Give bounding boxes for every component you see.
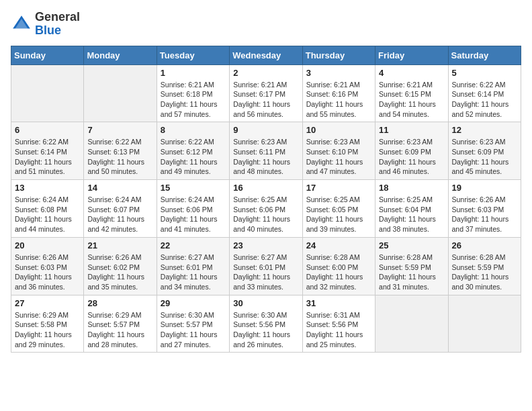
calendar-cell: [448, 295, 521, 353]
calendar-cell: 8Sunrise: 6:22 AMSunset: 6:12 PMDaylight…: [157, 122, 229, 180]
day-info: Sunrise: 6:21 AMSunset: 6:15 PMDaylight:…: [379, 80, 444, 120]
calendar-cell: 14Sunrise: 6:24 AMSunset: 6:07 PMDayligh…: [84, 180, 157, 238]
day-info: Sunrise: 6:27 AMSunset: 6:01 PMDaylight:…: [161, 253, 226, 292]
day-number: 21: [87, 240, 152, 250]
day-info: Sunrise: 6:25 AMSunset: 6:05 PMDaylight:…: [306, 195, 371, 234]
calendar-cell: 2Sunrise: 6:21 AMSunset: 6:17 PMDaylight…: [230, 64, 302, 122]
calendar-cell: 1Sunrise: 6:21 AMSunset: 6:18 PMDaylight…: [157, 64, 229, 122]
calendar-cell: 3Sunrise: 6:21 AMSunset: 6:16 PMDaylight…: [302, 64, 375, 122]
calendar-cell: 6Sunrise: 6:22 AMSunset: 6:14 PMDaylight…: [11, 122, 84, 180]
day-number: 27: [15, 298, 80, 308]
day-info: Sunrise: 6:29 AMSunset: 5:58 PMDaylight:…: [15, 310, 80, 350]
day-info: Sunrise: 6:23 AMSunset: 6:09 PMDaylight:…: [379, 137, 444, 177]
calendar-table: SundayMondayTuesdayWednesdayThursdayFrid…: [11, 46, 521, 353]
day-number: 26: [452, 240, 517, 250]
day-info: Sunrise: 6:28 AMSunset: 5:59 PMDaylight:…: [379, 253, 444, 292]
day-number: 20: [15, 240, 80, 250]
day-number: 2: [233, 68, 298, 78]
day-info: Sunrise: 6:21 AMSunset: 6:18 PMDaylight:…: [161, 80, 226, 120]
calendar-week-row: 13Sunrise: 6:24 AMSunset: 6:08 PMDayligh…: [11, 180, 521, 238]
day-info: Sunrise: 6:30 AMSunset: 5:57 PMDaylight:…: [161, 310, 226, 350]
calendar-cell: 10Sunrise: 6:23 AMSunset: 6:10 PMDayligh…: [302, 122, 375, 180]
calendar-cell: 29Sunrise: 6:30 AMSunset: 5:57 PMDayligh…: [157, 295, 229, 353]
calendar-cell: 19Sunrise: 6:26 AMSunset: 6:03 PMDayligh…: [448, 180, 521, 238]
logo-text: General Blue: [35, 11, 80, 38]
day-number: 3: [306, 68, 371, 78]
day-info: Sunrise: 6:22 AMSunset: 6:13 PMDaylight:…: [87, 137, 152, 177]
day-number: 25: [379, 240, 444, 250]
day-number: 1: [161, 68, 226, 78]
day-number: 6: [15, 125, 80, 135]
day-number: 17: [306, 183, 371, 193]
calendar-cell: 16Sunrise: 6:25 AMSunset: 6:06 PMDayligh…: [230, 180, 302, 238]
day-number: 7: [87, 125, 152, 135]
day-info: Sunrise: 6:28 AMSunset: 5:59 PMDaylight:…: [452, 253, 517, 292]
day-info: Sunrise: 6:23 AMSunset: 6:09 PMDaylight:…: [452, 137, 517, 177]
day-info: Sunrise: 6:23 AMSunset: 6:11 PMDaylight:…: [233, 137, 298, 177]
page-header: General Blue: [11, 11, 521, 38]
day-number: 15: [161, 183, 226, 193]
day-of-week-header: Sunday: [11, 46, 84, 64]
day-info: Sunrise: 6:21 AMSunset: 6:17 PMDaylight:…: [233, 80, 298, 120]
day-number: 18: [379, 183, 444, 193]
calendar-cell: 27Sunrise: 6:29 AMSunset: 5:58 PMDayligh…: [11, 295, 84, 353]
calendar-header-row: SundayMondayTuesdayWednesdayThursdayFrid…: [11, 46, 521, 64]
day-info: Sunrise: 6:24 AMSunset: 6:06 PMDaylight:…: [161, 195, 226, 234]
calendar-cell: 11Sunrise: 6:23 AMSunset: 6:09 PMDayligh…: [375, 122, 448, 180]
day-info: Sunrise: 6:26 AMSunset: 6:03 PMDaylight:…: [452, 195, 517, 234]
calendar-cell: 18Sunrise: 6:25 AMSunset: 6:04 PMDayligh…: [375, 180, 448, 238]
day-number: 24: [306, 240, 371, 250]
day-info: Sunrise: 6:31 AMSunset: 5:56 PMDaylight:…: [306, 310, 371, 350]
day-info: Sunrise: 6:22 AMSunset: 6:14 PMDaylight:…: [15, 137, 80, 177]
day-number: 12: [452, 125, 517, 135]
day-info: Sunrise: 6:21 AMSunset: 6:16 PMDaylight:…: [306, 80, 371, 120]
day-number: 30: [233, 298, 298, 308]
day-number: 19: [452, 183, 517, 193]
logo: General Blue: [11, 11, 80, 38]
day-number: 22: [161, 240, 226, 250]
day-number: 11: [379, 125, 444, 135]
day-info: Sunrise: 6:25 AMSunset: 6:04 PMDaylight:…: [379, 195, 444, 234]
calendar-cell: 5Sunrise: 6:22 AMSunset: 6:14 PMDaylight…: [448, 64, 521, 122]
calendar-cell: 22Sunrise: 6:27 AMSunset: 6:01 PMDayligh…: [157, 237, 229, 295]
day-number: 13: [15, 183, 80, 193]
day-number: 29: [161, 298, 226, 308]
calendar-cell: [375, 295, 448, 353]
day-number: 5: [452, 68, 517, 78]
calendar-cell: 7Sunrise: 6:22 AMSunset: 6:13 PMDaylight…: [84, 122, 157, 180]
calendar-cell: 24Sunrise: 6:28 AMSunset: 6:00 PMDayligh…: [302, 237, 375, 295]
day-info: Sunrise: 6:22 AMSunset: 6:12 PMDaylight:…: [161, 137, 226, 177]
day-number: 28: [87, 298, 152, 308]
calendar-cell: 23Sunrise: 6:27 AMSunset: 6:01 PMDayligh…: [230, 237, 302, 295]
calendar-cell: 13Sunrise: 6:24 AMSunset: 6:08 PMDayligh…: [11, 180, 84, 238]
calendar-cell: 12Sunrise: 6:23 AMSunset: 6:09 PMDayligh…: [448, 122, 521, 180]
day-info: Sunrise: 6:27 AMSunset: 6:01 PMDaylight:…: [233, 253, 298, 292]
day-of-week-header: Friday: [375, 46, 448, 64]
day-info: Sunrise: 6:24 AMSunset: 6:08 PMDaylight:…: [15, 195, 80, 234]
calendar-week-row: 6Sunrise: 6:22 AMSunset: 6:14 PMDaylight…: [11, 122, 521, 180]
day-number: 23: [233, 240, 298, 250]
day-of-week-header: Tuesday: [157, 46, 229, 64]
calendar-cell: 20Sunrise: 6:26 AMSunset: 6:03 PMDayligh…: [11, 237, 84, 295]
day-of-week-header: Thursday: [302, 46, 375, 64]
day-of-week-header: Monday: [84, 46, 157, 64]
day-info: Sunrise: 6:28 AMSunset: 6:00 PMDaylight:…: [306, 253, 371, 292]
calendar-cell: [84, 64, 157, 122]
day-info: Sunrise: 6:25 AMSunset: 6:06 PMDaylight:…: [233, 195, 298, 234]
calendar-cell: 30Sunrise: 6:30 AMSunset: 5:56 PMDayligh…: [230, 295, 302, 353]
calendar-cell: 9Sunrise: 6:23 AMSunset: 6:11 PMDaylight…: [230, 122, 302, 180]
day-info: Sunrise: 6:24 AMSunset: 6:07 PMDaylight:…: [87, 195, 152, 234]
calendar-cell: 28Sunrise: 6:29 AMSunset: 5:57 PMDayligh…: [84, 295, 157, 353]
day-of-week-header: Saturday: [448, 46, 521, 64]
day-number: 16: [233, 183, 298, 193]
calendar-week-row: 20Sunrise: 6:26 AMSunset: 6:03 PMDayligh…: [11, 237, 521, 295]
calendar-week-row: 1Sunrise: 6:21 AMSunset: 6:18 PMDaylight…: [11, 64, 521, 122]
day-info: Sunrise: 6:30 AMSunset: 5:56 PMDaylight:…: [233, 310, 298, 350]
day-number: 14: [87, 183, 152, 193]
day-info: Sunrise: 6:26 AMSunset: 6:02 PMDaylight:…: [87, 253, 152, 292]
day-number: 4: [379, 68, 444, 78]
calendar-cell: 21Sunrise: 6:26 AMSunset: 6:02 PMDayligh…: [84, 237, 157, 295]
day-info: Sunrise: 6:22 AMSunset: 6:14 PMDaylight:…: [452, 80, 517, 120]
day-of-week-header: Wednesday: [230, 46, 302, 64]
logo-icon: [11, 13, 32, 35]
